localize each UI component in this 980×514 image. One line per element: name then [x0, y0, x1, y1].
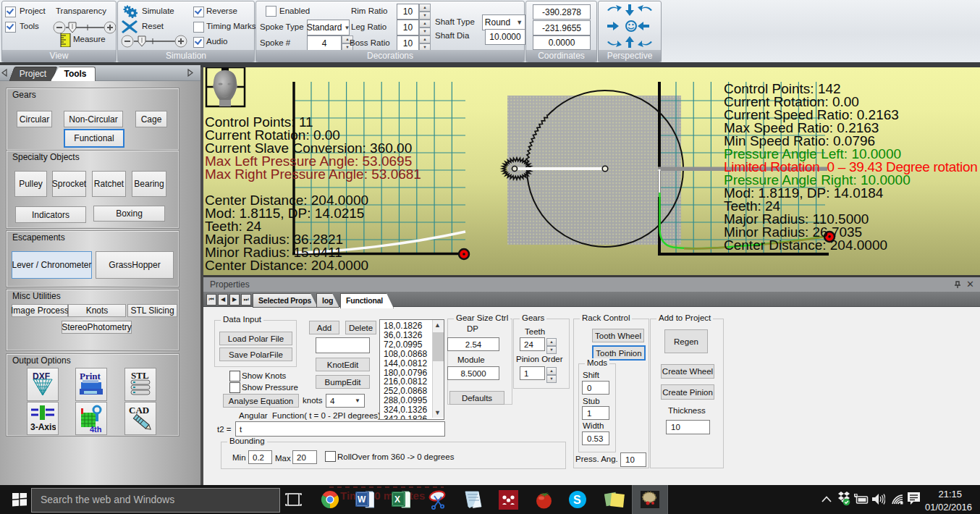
svg-text:3-Axis: 3-Axis	[30, 422, 56, 432]
svg-text:Print: Print	[80, 371, 101, 382]
svg-text:DXF: DXF	[33, 371, 50, 382]
svg-text:S: S	[573, 494, 581, 506]
svg-text:W: W	[358, 494, 366, 505]
svg-text:4th: 4th	[90, 425, 102, 433]
svg-text:X: X	[394, 494, 400, 505]
svg-text:STL: STL	[131, 370, 149, 381]
svg-text:CAD: CAD	[129, 405, 149, 416]
